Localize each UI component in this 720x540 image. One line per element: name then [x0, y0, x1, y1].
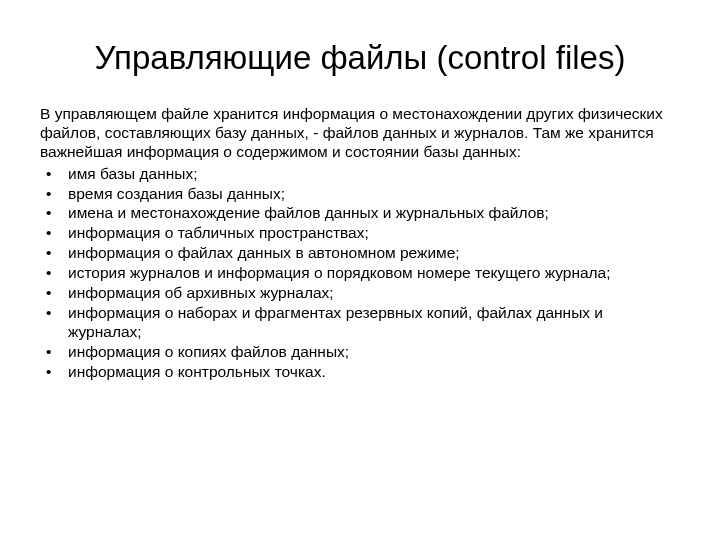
list-item: история журналов и информация о порядков…	[40, 263, 680, 283]
list-item: информация о табличных пространствах;	[40, 223, 680, 243]
list-item: информация об архивных журналах;	[40, 283, 680, 303]
list-item: информация о контрольных точках.	[40, 362, 680, 382]
bullet-list: имя базы данных; время создания базы дан…	[40, 164, 680, 382]
slide: Управляющие файлы (control files) В упра…	[0, 0, 720, 540]
list-item: имя базы данных;	[40, 164, 680, 184]
list-item: информация о наборах и фрагментах резерв…	[40, 303, 680, 343]
list-item: информация о копиях файлов данных;	[40, 342, 680, 362]
list-item: информация о файлах данных в автономном …	[40, 243, 680, 263]
slide-title: Управляющие файлы (control files)	[40, 38, 680, 78]
list-item: имена и местонахождение файлов данных и …	[40, 203, 680, 223]
list-item: время создания базы данных;	[40, 184, 680, 204]
intro-paragraph: В управляющем файле хранится информация …	[40, 104, 680, 162]
